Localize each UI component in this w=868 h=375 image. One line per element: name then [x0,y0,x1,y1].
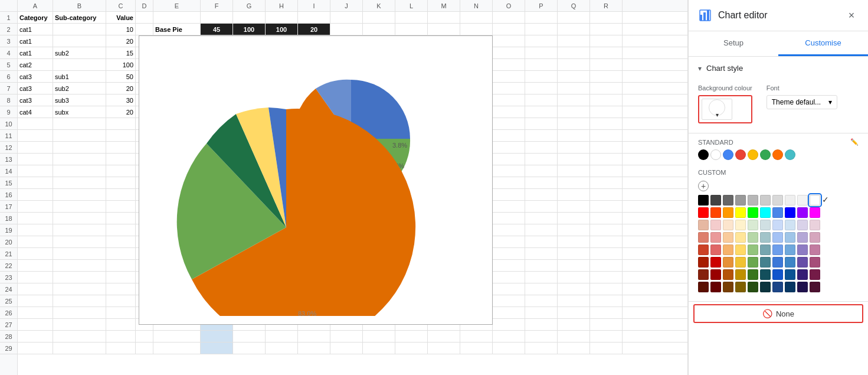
swatch-f1c232[interactable] [735,257,746,268]
cell-a11[interactable] [18,130,53,141]
swatch-dd7e6b[interactable] [698,232,709,243]
swatch-a2c4c9[interactable] [760,232,771,243]
add-custom-colour-button[interactable]: + [698,180,859,195]
swatch-0000ff[interactable] [785,207,795,218]
swatch-274e13[interactable] [748,282,758,292]
cell-q13[interactable] [558,154,590,165]
swatch-85200c[interactable] [698,269,709,280]
cell-e2[interactable]: Base Pie [153,24,201,35]
cell-p12[interactable] [525,142,558,153]
cell-b4[interactable]: sub2 [53,47,106,58]
cell-q11[interactable] [558,130,590,141]
cell-r12[interactable] [590,142,623,153]
cell-o8[interactable] [493,94,525,106]
chart-style-header[interactable]: ▾ Chart style [689,57,868,80]
swatch-6fa8dc[interactable] [785,244,795,255]
cell-a3[interactable]: cat1 [18,35,53,47]
cell-o6[interactable] [493,71,525,82]
cell-q1[interactable] [558,12,590,23]
cell-p5[interactable] [525,59,558,70]
swatch-d9d9d9[interactable] [772,195,783,206]
cell-b2[interactable] [53,24,106,35]
cell-j1[interactable] [330,12,363,23]
swatch-ff4500[interactable] [710,207,721,218]
swatch-4a86e8[interactable] [772,207,783,218]
swatch-073763[interactable] [785,282,795,292]
swatch-4c1130[interactable] [810,282,820,292]
swatch-00ff00[interactable] [748,207,758,218]
cell-c13[interactable] [106,154,136,165]
cell-b13[interactable] [53,154,106,165]
cell-c7[interactable]: 20 [106,83,136,94]
swatch-yellow[interactable] [748,149,758,160]
cell-r7[interactable] [590,83,623,94]
cell-p8[interactable] [525,94,558,106]
swatch-ffe599[interactable] [735,232,746,243]
cell-a2[interactable]: cat1 [18,24,53,35]
tab-customise[interactable]: Customise [778,31,868,56]
swatch-a4c2f4[interactable] [772,232,783,243]
cell-q12[interactable] [558,142,590,153]
swatch-6aa84f[interactable] [748,257,758,268]
chart-container[interactable]: 3.8% 7.5% 5.7% [139,35,493,325]
cell-q2[interactable] [558,24,590,35]
cell-b1[interactable]: Sub-category [53,12,106,23]
cell-l2[interactable] [395,24,428,35]
cell-r11[interactable] [590,130,623,141]
bg-colour-selector[interactable]: ▾ [698,95,752,123]
swatch-ffffff[interactable] [810,195,820,206]
swatch-999999[interactable] [735,195,746,206]
cell-c10[interactable] [106,118,136,129]
swatch-black[interactable] [698,149,709,160]
swatch-green[interactable] [760,149,771,160]
cell-q8[interactable] [558,94,590,106]
cell-r6[interactable] [590,71,623,82]
cell-o11[interactable] [493,130,525,141]
swatch-f4cccc[interactable] [710,220,721,230]
swatch-434343[interactable] [710,195,721,206]
swatch-ff9900[interactable] [723,207,733,218]
swatch-b7b7b7[interactable] [748,195,758,206]
cell-p13[interactable] [525,154,558,165]
cell-a4[interactable]: cat1 [18,47,53,58]
cell-q7[interactable] [558,83,590,94]
cell-r5[interactable] [590,59,623,70]
swatch-d5a6bd[interactable] [810,232,820,243]
cell-n1[interactable] [460,12,493,23]
cell-c8[interactable]: 30 [106,94,136,106]
swatch-38761d[interactable] [748,269,758,280]
swatch-134f5c[interactable] [760,269,771,280]
cell-b8[interactable]: sub3 [53,94,106,106]
font-dropdown[interactable]: Theme defaul... ▾ [767,95,837,109]
swatch-351c75[interactable] [797,269,808,280]
cell-e1[interactable] [153,12,201,23]
swatch-f9cb9c[interactable] [723,232,733,243]
cell-g1[interactable] [233,12,266,23]
cell-f1[interactable] [201,12,233,23]
cell-p11[interactable] [525,130,558,141]
cell-m2[interactable] [428,24,460,35]
swatch-fff2cc[interactable] [735,220,746,230]
swatch-000000[interactable] [698,195,709,206]
cell-k2[interactable] [363,24,395,35]
cell-o10[interactable] [493,118,525,129]
swatch-741b47[interactable] [810,269,820,280]
cell-h2[interactable]: 100 [266,24,298,35]
cell-i2[interactable]: 20 [298,24,330,35]
swatch-9fc5e8[interactable] [785,232,795,243]
swatch-1155cc[interactable] [772,269,783,280]
cell-b3[interactable] [53,35,106,47]
swatch-d9ead3[interactable] [748,220,758,230]
swatch-b6d7a8[interactable] [748,232,758,243]
swatch-f3f3f3[interactable] [797,195,808,206]
cell-q10[interactable] [558,118,590,129]
cell-q6[interactable] [558,71,590,82]
swatch-8e7cc3[interactable] [797,244,808,255]
cell-a10[interactable] [18,118,53,129]
cell-o9[interactable] [493,106,525,118]
swatch-666666[interactable] [723,195,733,206]
cell-i1[interactable] [298,12,330,23]
cell-o7[interactable] [493,83,525,94]
cell-o5[interactable] [493,59,525,70]
cell-c1[interactable]: Value [106,12,136,23]
